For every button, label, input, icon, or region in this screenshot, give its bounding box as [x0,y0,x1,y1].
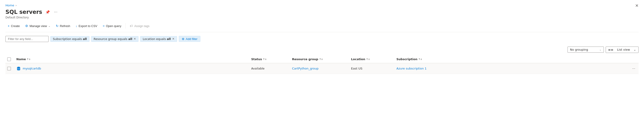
page-title: SQL servers [6,9,42,16]
close-button[interactable]: ✕ [635,4,638,8]
table-header: Name ↑↓ Status ↑↓ Resource group ↑↓ Loca… [6,56,638,63]
row-subscription-link[interactable]: Azure subscription 1 [396,67,426,70]
download-icon: ↓ [76,24,77,28]
add-filter-icon: ⊕ [182,37,184,41]
header-location: Location ↑↓ [349,58,394,61]
breadcrumb-separator: › [16,4,16,7]
header-name-label: Name [16,58,26,61]
filter-tag-resource-group-text: Resource group equals all [94,37,132,41]
header-resource-group-label: Resource group [292,58,318,61]
pin-icon[interactable]: 📌 [44,9,51,15]
page-header: SQL servers 📌 ··· Default Directory ✕ [6,9,638,19]
view-controls: No grouping ⌄ ≡≡ List view ⌄ [6,46,638,53]
row-location-cell: East US [349,67,394,70]
more-options-icon[interactable]: ··· [53,9,58,15]
filter-input[interactable] [6,36,48,42]
sql-server-icon [16,66,21,71]
filter-tag-location: Location equals all ✕ [140,36,177,42]
toolbar-separator [126,23,126,28]
row-subscription-cell: Azure subscription 1 [394,67,630,70]
row-checkbox[interactable] [7,67,11,70]
tag-icon: 🏷 [130,24,133,28]
grouping-label: No grouping [570,48,588,51]
add-filter-label: Add filter [186,37,198,41]
gear-icon: ⚙ [25,24,28,28]
grouping-chevron: ⌄ [599,48,601,51]
row-more-cell: ··· [630,66,638,72]
list-view-label: List view [617,48,630,51]
query-icon: ⌗ [103,24,104,28]
filter-tag-subscription-text: Subscription equals all [53,37,87,41]
export-csv-label: Export to CSV [78,24,97,28]
filter-tag-resource-group: Resource group equals all ✕ [91,36,138,42]
name-sort-icon[interactable]: ↑↓ [27,58,31,60]
manage-view-label: Manage view [30,24,47,28]
header-subscription-label: Subscription [396,58,417,61]
open-query-label: Open query [106,24,122,28]
status-sort-icon[interactable]: ↑↓ [263,58,267,60]
row-more-button[interactable]: ··· [631,66,636,72]
toolbar: + Create ⚙ Manage view ⌄ ↻ Refresh ↓ Exp… [6,23,638,32]
open-query-button[interactable]: ⌗ Open query [100,23,124,29]
assign-tags-button[interactable]: 🏷 Assign tags [128,23,152,29]
table: Name ↑↓ Status ↑↓ Resource group ↑↓ Loca… [6,56,638,74]
filter-tag-resource-group-close[interactable]: ✕ [134,37,136,40]
title-row: SQL servers 📌 ··· [6,9,58,16]
title-area: SQL servers 📌 ··· Default Directory [6,9,58,19]
header-checkbox-cell [6,58,14,61]
create-label: Create [11,24,20,28]
header-location-label: Location [351,58,365,61]
row-checkbox-cell [6,67,14,70]
list-view-dropdown[interactable]: ≡≡ List view ⌄ [606,46,638,53]
create-button[interactable]: + Create [6,23,22,29]
chevron-icon: ⌄ [48,24,50,28]
resource-group-sort-icon[interactable]: ↑↓ [319,58,323,60]
location-sort-icon[interactable]: ↑↓ [366,58,370,60]
header-resource-group: Resource group ↑↓ [290,58,349,61]
page-subtitle: Default Directory [6,16,58,19]
list-view-chevron: ⌄ [634,48,636,51]
filter-bar: Subscription equals all Resource group e… [6,36,638,42]
row-name-cell: mysqlcartdb [14,66,250,71]
add-filter-button[interactable]: ⊕ Add filter [179,36,200,42]
assign-tags-label: Assign tags [134,24,150,28]
breadcrumb-home[interactable]: Home [6,4,14,7]
plus-icon: + [8,24,10,28]
header-checkbox[interactable] [7,58,11,61]
header-status-label: Status [251,58,262,61]
refresh-icon: ↻ [56,24,58,28]
breadcrumb: Home › [6,4,638,7]
export-csv-button[interactable]: ↓ Export to CSV [73,23,100,29]
refresh-label: Refresh [60,24,70,28]
manage-view-button[interactable]: ⚙ Manage view ⌄ [23,23,53,29]
svg-point-1 [17,68,20,69]
header-name: Name ↑↓ [14,58,250,61]
header-subscription: Subscription ↑↓ [394,58,630,61]
row-location: East US [351,67,362,70]
row-status-cell: Available [250,67,290,70]
grouping-dropdown[interactable]: No grouping ⌄ [568,46,604,53]
header-actions [630,58,638,61]
row-resource-group-cell: CartPython_group [290,67,349,70]
row-resource-group-link[interactable]: CartPython_group [292,67,318,70]
list-view-icon: ≡≡ [608,48,613,52]
refresh-button[interactable]: ↻ Refresh [54,23,72,29]
header-status: Status ↑↓ [250,58,290,61]
svg-point-0 [17,67,20,68]
filter-tag-location-close[interactable]: ✕ [172,37,174,40]
table-row: mysqlcartdb Available CartPython_group E… [6,63,638,74]
filter-tag-subscription: Subscription equals all [50,36,90,42]
row-status: Available [251,67,264,70]
filter-tag-location-text: Location equals all [143,37,171,41]
subscription-sort-icon[interactable]: ↑↓ [418,58,422,60]
row-name-link[interactable]: mysqlcartdb [23,67,41,70]
